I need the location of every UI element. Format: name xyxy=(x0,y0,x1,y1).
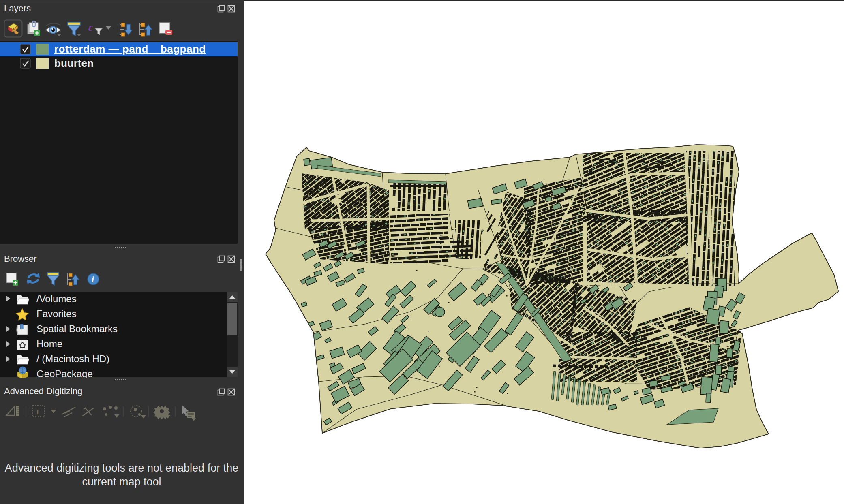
svg-text:ε: ε xyxy=(88,21,93,33)
svg-text:Spatial Bookmarks: Spatial Bookmarks xyxy=(36,323,118,334)
svg-text:Favorites: Favorites xyxy=(36,308,77,319)
svg-text:/ (Macintosh HD): / (Macintosh HD) xyxy=(36,353,109,364)
svg-text:Home: Home xyxy=(36,338,62,349)
svg-text:/Volumes: /Volumes xyxy=(36,293,77,304)
svg-text:T: T xyxy=(36,409,40,416)
svg-text:i: i xyxy=(92,275,94,284)
svg-text:GeoPackage: GeoPackage xyxy=(36,368,93,378)
